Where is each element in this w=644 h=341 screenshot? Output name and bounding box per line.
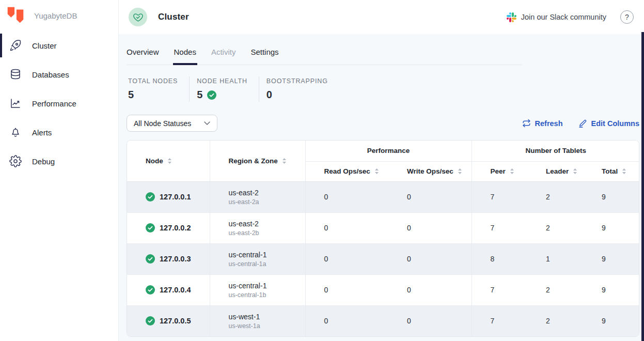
table-row[interactable]: 127.0.0.4 us-central-1us-central-1b 0 0 … bbox=[127, 274, 639, 305]
refresh-label: Refresh bbox=[535, 119, 563, 128]
sidebar-nav: Cluster Databases bbox=[0, 31, 118, 176]
node-status-check-icon bbox=[146, 254, 155, 264]
node-status-filter[interactable]: All Node Statuses bbox=[127, 115, 217, 132]
tab-activity[interactable]: Activity bbox=[211, 41, 236, 65]
bell-icon bbox=[9, 126, 22, 138]
edit-columns-button[interactable]: Edit Columns bbox=[578, 119, 639, 128]
column-header-write-ops[interactable]: Write Ops/sec bbox=[388, 161, 472, 181]
node-status-filter-value: All Node Statuses bbox=[134, 119, 191, 128]
column-group-tablets: Number of Tablets bbox=[472, 141, 639, 161]
top-bar: Cluster Join our Slack community ? bbox=[119, 0, 644, 34]
table-toolbar: All Node Statuses Refresh bbox=[127, 115, 639, 132]
stat-value: 5 bbox=[128, 89, 178, 101]
sidebar-item-label: Databases bbox=[32, 70, 69, 79]
refresh-button[interactable]: Refresh bbox=[522, 119, 563, 128]
node-status-check-icon bbox=[146, 285, 155, 295]
rocket-icon bbox=[9, 39, 22, 52]
chevron-down-icon bbox=[204, 121, 210, 125]
node-cell: 127.0.0.3 bbox=[127, 243, 210, 274]
total-tablets-cell: 9 bbox=[583, 305, 639, 336]
total-tablets-cell: 9 bbox=[583, 181, 639, 212]
peer-tablets-cell: 7 bbox=[472, 305, 527, 336]
stat-bootstrapping: BOOTSTRAPPING 0 bbox=[259, 76, 339, 102]
sidebar-item-performance[interactable]: Performance bbox=[0, 89, 118, 118]
leader-tablets-cell: 1 bbox=[527, 243, 583, 274]
stat-value: 5 bbox=[197, 89, 247, 101]
node-status-check-icon bbox=[146, 192, 155, 202]
nodes-table: Node Region & Zone Performance Number of… bbox=[127, 141, 639, 336]
peer-tablets-cell: 8 bbox=[472, 243, 527, 274]
refresh-icon bbox=[522, 119, 531, 128]
sort-icon bbox=[282, 158, 287, 164]
total-tablets-cell: 9 bbox=[583, 274, 639, 305]
node-status-check-icon bbox=[146, 223, 155, 233]
tab-settings[interactable]: Settings bbox=[250, 41, 278, 65]
column-header-node[interactable]: Node bbox=[127, 141, 210, 181]
read-ops-cell: 0 bbox=[305, 181, 388, 212]
sidebar-item-databases[interactable]: Databases bbox=[0, 60, 118, 89]
table-row[interactable]: 127.0.0.5 us-west-1us-west-1a 0 0 7 2 9 bbox=[127, 305, 639, 336]
sort-icon bbox=[510, 168, 514, 175]
page-title: Cluster bbox=[158, 12, 189, 22]
write-ops-cell: 0 bbox=[388, 212, 472, 243]
node-address: 127.0.0.1 bbox=[160, 193, 191, 201]
leader-tablets-cell: 2 bbox=[527, 274, 583, 305]
node-status-check-icon bbox=[146, 316, 155, 326]
table-row[interactable]: 127.0.0.1 us-east-2us-east-2a 0 0 7 2 9 bbox=[127, 181, 639, 212]
sidebar-item-alerts[interactable]: Alerts bbox=[0, 118, 118, 147]
nodes-table-card: Node Region & Zone Performance Number of… bbox=[127, 140, 639, 337]
write-ops-cell: 0 bbox=[388, 274, 472, 305]
sort-icon bbox=[622, 168, 626, 175]
read-ops-cell: 0 bbox=[305, 212, 388, 243]
node-cell: 127.0.0.1 bbox=[127, 181, 210, 212]
slack-icon bbox=[507, 12, 516, 22]
column-header-read-ops[interactable]: Read Ops/sec bbox=[305, 161, 388, 181]
check-circle-icon bbox=[207, 90, 216, 100]
column-header-leader[interactable]: Leader bbox=[527, 161, 583, 181]
stat-node-health: NODE HEALTH 5 bbox=[189, 76, 259, 102]
peer-tablets-cell: 7 bbox=[472, 274, 527, 305]
column-header-peer[interactable]: Peer bbox=[472, 161, 527, 181]
yugabytedb-logo bbox=[5, 5, 26, 26]
stat-label: NODE HEALTH bbox=[197, 78, 247, 85]
database-icon bbox=[9, 68, 22, 81]
table-row[interactable]: 127.0.0.3 us-central-1us-central-1a 0 0 … bbox=[127, 243, 639, 274]
read-ops-cell: 0 bbox=[305, 274, 388, 305]
sort-icon bbox=[374, 168, 379, 175]
help-button[interactable]: ? bbox=[620, 10, 634, 24]
table-row[interactable]: 127.0.0.2 us-east-2us-east-2b 0 0 7 2 9 bbox=[127, 212, 639, 243]
cluster-stats: TOTAL NODES 5 NODE HEALTH 5 BOOTSTRAPPIN… bbox=[127, 76, 644, 102]
node-address: 127.0.0.4 bbox=[160, 286, 191, 294]
peer-tablets-cell: 7 bbox=[472, 181, 527, 212]
write-ops-cell: 0 bbox=[388, 305, 472, 336]
join-slack-label: Join our Slack community bbox=[521, 13, 606, 21]
tab-overview[interactable]: Overview bbox=[127, 41, 159, 65]
region-zone-cell: us-central-1us-central-1a bbox=[210, 243, 305, 274]
column-header-region-zone[interactable]: Region & Zone bbox=[210, 141, 305, 181]
sidebar-item-label: Debug bbox=[32, 157, 55, 166]
edit-pencil-icon bbox=[578, 119, 587, 128]
sidebar-item-debug[interactable]: Debug bbox=[0, 147, 118, 176]
edit-columns-label: Edit Columns bbox=[591, 119, 639, 128]
region-zone-cell: us-west-1us-west-1a bbox=[210, 305, 305, 336]
write-ops-cell: 0 bbox=[388, 243, 472, 274]
sidebar-item-label: Alerts bbox=[32, 128, 52, 137]
stat-label: BOOTSTRAPPING bbox=[266, 78, 328, 85]
sidebar-item-cluster[interactable]: Cluster bbox=[0, 31, 118, 60]
scrollbar[interactable] bbox=[641, 32, 644, 341]
node-address: 127.0.0.2 bbox=[160, 224, 191, 232]
content: Overview Nodes Activity Settings TOTAL N… bbox=[119, 34, 644, 341]
cluster-health-heart-icon bbox=[129, 8, 147, 26]
region-zone-cell: us-central-1us-central-1b bbox=[210, 274, 305, 305]
join-slack-link[interactable]: Join our Slack community bbox=[507, 12, 606, 22]
sort-icon bbox=[573, 168, 577, 175]
leader-tablets-cell: 2 bbox=[527, 212, 583, 243]
column-header-total[interactable]: Total bbox=[583, 161, 639, 181]
sidebar: YugabyteDB Cluster bbox=[0, 0, 119, 341]
sort-icon bbox=[167, 158, 172, 164]
total-tablets-cell: 9 bbox=[583, 243, 639, 274]
gear-icon bbox=[9, 155, 22, 167]
read-ops-cell: 0 bbox=[305, 305, 388, 336]
tab-nodes[interactable]: Nodes bbox=[174, 41, 196, 65]
leader-tablets-cell: 2 bbox=[527, 305, 583, 336]
